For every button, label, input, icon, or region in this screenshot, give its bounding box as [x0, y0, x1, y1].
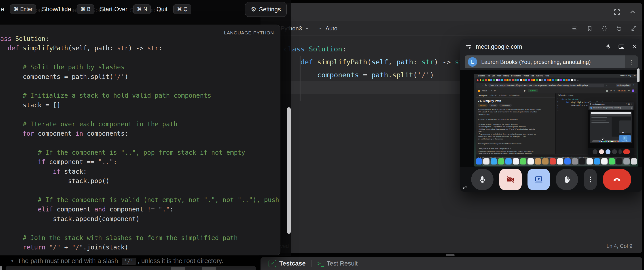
toolbar-label-start-over: Start Over	[100, 6, 128, 13]
cursor-position: Ln 4, Col 9	[606, 243, 632, 249]
fullscreen-icon[interactable]	[613, 8, 621, 16]
thumb-desc-line: slash '/'.	[476, 130, 555, 133]
difficulty-chip: Medium	[478, 104, 488, 107]
autocomplete-toggle[interactable]: Auto	[326, 25, 338, 32]
dock-icon	[528, 158, 534, 164]
micro-dock-icon	[599, 141, 600, 142]
format-code-icon[interactable]	[572, 25, 578, 32]
dock-icon	[476, 158, 482, 164]
tune-icon	[465, 43, 472, 50]
end-call-button[interactable]	[603, 169, 631, 190]
tab-favicon	[498, 79, 500, 81]
thumb-desc-line: The rules of a Unix-style file system ar…	[476, 118, 555, 120]
thumb-desc-line: You are given an absolute path for a Uni…	[476, 108, 555, 111]
editor-code: class Solution: def simplifyPath(self, p…	[284, 42, 472, 81]
thumb-desc-line: are valid directory or file names.	[476, 138, 555, 140]
dock-icon	[550, 158, 556, 164]
tab-favicon	[541, 79, 544, 81]
tab-favicon	[525, 79, 527, 81]
toolbar-label-quit: Quit	[156, 6, 168, 13]
close-icon[interactable]	[632, 44, 638, 50]
mic-status-icon[interactable]	[605, 44, 611, 50]
presenting-banner: L Lauren Brooks (You, presenting, annota…	[465, 56, 638, 68]
banner-more-icon[interactable]: ⋮	[625, 56, 638, 68]
tab-favicon	[533, 79, 535, 81]
collapse-panel-icon[interactable]	[629, 8, 636, 16]
thumb-chrome-window: + ←→↻ leetcode.com/problems/simplify-pat…	[476, 78, 636, 161]
overlay-scrollbar[interactable]	[287, 107, 291, 234]
dock-icon	[631, 158, 637, 164]
dock-icon	[624, 158, 630, 164]
menu-item: Edit	[492, 75, 495, 77]
screen: •The path must not end with a slash '/',…	[0, 0, 644, 270]
resize-handle-icon[interactable]	[462, 184, 468, 190]
problem-title: 71. Simplify Path	[476, 98, 555, 104]
presenting-banner-text: Lauren Brooks (You, presenting, annotati…	[481, 59, 625, 65]
bookmark-icon[interactable]	[586, 25, 593, 32]
present-screen-button[interactable]	[528, 169, 550, 190]
leetcode-logo	[478, 90, 480, 92]
tab-favicon	[563, 79, 565, 81]
tab-favicon	[517, 79, 519, 81]
menu-item: Tab	[531, 75, 534, 77]
more-options-button[interactable]	[584, 169, 597, 190]
toolbar-label-fragment: e	[1, 6, 4, 13]
meet-pip-window: meet.google.com L Lauren Brooks (You, pr…	[460, 39, 642, 192]
panel-resize-handle[interactable]	[446, 254, 454, 256]
raise-hand-button[interactable]	[556, 169, 578, 190]
tab-testcase[interactable]: Testcase	[279, 260, 306, 267]
dock-icon	[616, 158, 622, 164]
thumb-desc-line: • Directories within the path must be se…	[476, 150, 555, 152]
thumb-desc-line: • A double period '..' represents the pr…	[476, 126, 555, 128]
microphone-button[interactable]	[471, 169, 494, 190]
meet-url: meet.google.com	[476, 43, 522, 50]
meet-header[interactable]: meet.google.com	[460, 39, 642, 54]
traffic-min	[480, 79, 481, 81]
thumb-dock	[482, 157, 630, 166]
meet-control-bar	[460, 167, 642, 192]
dock-icon	[572, 158, 578, 164]
reset-code-icon[interactable]	[616, 25, 622, 32]
camera-off-button[interactable]	[499, 169, 522, 190]
pip-expand-icon[interactable]	[618, 43, 625, 50]
micro-dock-icon	[606, 141, 607, 142]
tab-favicon	[522, 79, 524, 81]
pip-scrollbar[interactable]	[637, 68, 640, 82]
bullet-dot: •	[11, 257, 14, 264]
mini-microphone-button	[592, 149, 598, 154]
dock-icon	[505, 158, 512, 164]
footer-chip	[202, 267, 216, 270]
mini-end-call-button	[623, 149, 630, 154]
submit-button: Submit	[528, 89, 538, 92]
tab-favicon	[504, 79, 506, 81]
menu-item: File	[487, 75, 490, 77]
shortcut-chip-n: ⌘ N	[133, 4, 151, 14]
tab-favicon	[520, 79, 522, 81]
braces-icon[interactable]	[601, 25, 608, 32]
thumb-desc-line	[476, 140, 555, 142]
menubar-clock: ⌕ ⛃ Fri 1 Aug 17:50	[620, 74, 636, 77]
tab-favicon	[574, 79, 576, 81]
shortcut-chip-q: ⌘ Q	[173, 4, 191, 14]
thumb-macos-menubar: ChromeFileEditViewHistoryBookmarksProfil…	[474, 74, 638, 78]
description-bullet: •The path must not end with a slash '/',…	[11, 257, 224, 265]
thumb-url-bar: ←→↻ leetcode.com/problems/simplify-path?…	[476, 83, 636, 88]
dock-icon	[535, 158, 541, 164]
tab-favicon	[512, 79, 514, 81]
tab-favicon	[566, 79, 568, 81]
expand-editor-icon[interactable]	[630, 25, 637, 32]
avatar: L	[468, 57, 477, 66]
dock-icon	[564, 158, 571, 164]
mini-raise-hand-button	[612, 149, 617, 154]
description-panel-fragment: •The path must not end with a slash '/',…	[0, 256, 260, 270]
settings-button[interactable]: ⚙ Settings	[245, 2, 287, 17]
screenshare-thumbnail: ChromeFileEditViewHistoryBookmarksProfil…	[474, 74, 638, 166]
thumb-desc-line: The simplified canonical path should fol…	[476, 142, 555, 145]
tab-favicon	[501, 79, 503, 81]
inline-code-chip: '/'	[122, 258, 136, 265]
tab-test-result[interactable]: Test Result	[327, 260, 358, 267]
scrollbar-fragment[interactable]	[0, 266, 2, 270]
tab-favicon	[560, 79, 562, 81]
dock-icon	[520, 158, 526, 164]
thumb-leetcode-tab: Description	[478, 94, 488, 96]
